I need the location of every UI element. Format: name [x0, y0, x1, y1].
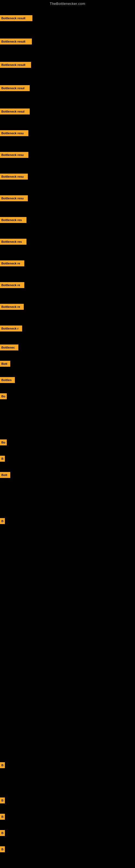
bottleneck-bar: Bo [0, 393, 7, 399]
bar-row: Bottleneck res [0, 239, 27, 245]
bottleneck-bar: Bottleneck res [0, 239, 27, 245]
bottleneck-bar: Bottleneck resu [0, 152, 28, 158]
bar-row: Bottleneck r [0, 326, 22, 332]
bottleneck-bar: Bottleneck re [0, 304, 24, 310]
bar-row: Bottlen [0, 377, 15, 383]
bottleneck-bar: Bott [0, 361, 10, 367]
bar-row: Bott [0, 361, 10, 367]
bar-row: Bottleneck result [0, 15, 32, 21]
bar-row: Bo [0, 439, 7, 445]
bar-row: Bottleneck re [0, 260, 24, 267]
bar-row: Bottleneck result [0, 38, 32, 44]
bar-row: Bottleneck resu [0, 174, 28, 180]
bottleneck-bar: B [0, 456, 5, 462]
bottleneck-bar: Bottleneck resul [0, 85, 30, 91]
bar-row: B [0, 518, 5, 524]
bar-row: B [0, 456, 5, 462]
bar-row: Bottleneck re [0, 282, 24, 288]
bar-row: Bottleneck resul [0, 85, 30, 91]
bottleneck-bar: Bottlenec [0, 344, 18, 350]
bar-row: B [0, 830, 5, 836]
bottleneck-bar: Bottleneck r [0, 326, 22, 332]
bottleneck-bar: Bottleneck resu [0, 174, 28, 180]
bottleneck-bar: Bott [0, 472, 10, 478]
bar-row: Bottleneck result [0, 62, 31, 68]
bar-row: Bo [0, 393, 7, 399]
bottleneck-bar: B [0, 814, 5, 820]
bar-row: Bottleneck resul [0, 108, 30, 115]
bottleneck-bar: Bottleneck result [0, 15, 32, 21]
bottleneck-bar: Bottleneck re [0, 282, 24, 288]
bottleneck-bar: Bottlen [0, 377, 15, 383]
bar-row: Bottleneck resu [0, 195, 28, 201]
bottleneck-bar: Bottleneck result [0, 62, 31, 68]
bottleneck-bar: Bo [0, 439, 7, 445]
bottleneck-bar: B [0, 830, 5, 836]
bar-row: Bottleneck res [0, 217, 27, 223]
bottleneck-bar: B [0, 798, 5, 803]
bottleneck-bar: Bottleneck re [0, 260, 24, 267]
bar-row: Bottleneck resu [0, 152, 28, 158]
bar-row: Bottlenec [0, 344, 18, 350]
bottleneck-bar: B [0, 846, 5, 852]
bottleneck-bar: Bottleneck resul [0, 108, 30, 115]
site-title: TheBottlenecker.com [0, 0, 135, 7]
bar-row: B [0, 846, 5, 852]
bar-row: B [0, 798, 5, 803]
bar-row: Bott [0, 472, 10, 478]
bottleneck-bar: Bottleneck res [0, 217, 27, 223]
bar-row: Bottleneck re [0, 304, 24, 310]
bottleneck-bar: B [0, 518, 5, 524]
bottleneck-bar: B [0, 762, 5, 768]
bottleneck-bar: Bottleneck resu [0, 130, 28, 136]
bar-row: B [0, 762, 5, 768]
bar-row: Bottleneck resu [0, 130, 28, 136]
bar-row: B [0, 814, 5, 820]
bottleneck-bar: Bottleneck result [0, 38, 32, 44]
bottleneck-bar: Bottleneck resu [0, 195, 28, 201]
